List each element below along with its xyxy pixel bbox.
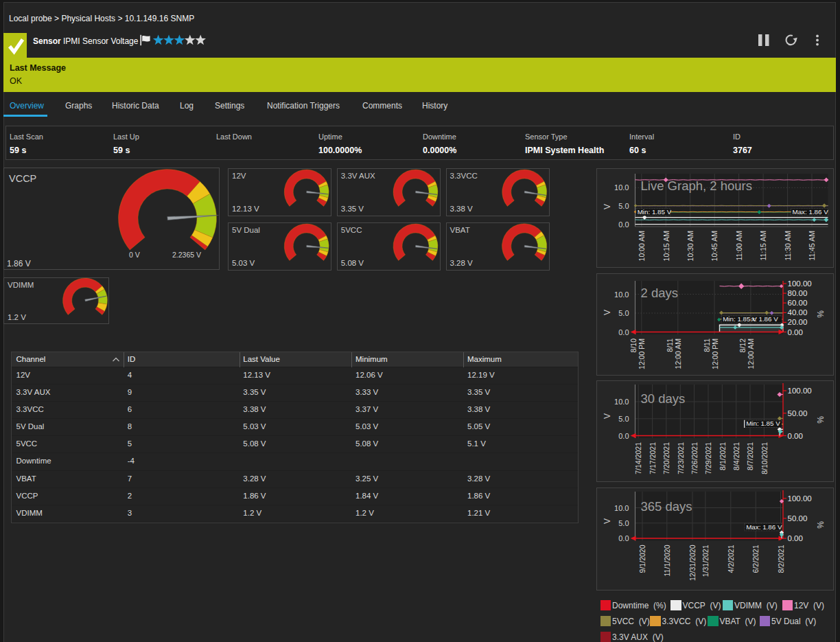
svg-text:0.0: 0.0 <box>618 534 629 542</box>
svg-text:10.0: 10.0 <box>614 504 629 512</box>
svg-text:11/1/2020: 11/1/2020 <box>663 544 671 576</box>
svg-text:8/2/2021: 8/2/2021 <box>776 544 784 573</box>
svg-text:4/2/2021: 4/2/2021 <box>727 544 735 573</box>
svg-text:8/1/2021: 8/1/2021 <box>718 442 726 470</box>
svg-text:10:45 AM: 10:45 AM <box>710 231 719 261</box>
svg-text:12/31/2020: 12/31/2020 <box>688 544 697 581</box>
svg-text:7/17/2021: 7/17/2021 <box>648 442 656 474</box>
svg-text:8/4/2021: 8/4/2021 <box>732 442 740 470</box>
svg-text:10:30 AM: 10:30 AM <box>686 231 694 261</box>
svg-text:12:00 AM: 12:00 AM <box>674 339 682 369</box>
svg-text:8/12: 8/12 <box>738 339 747 353</box>
svg-text:12:00 AM: 12:00 AM <box>747 339 755 369</box>
svg-text:11:15 AM: 11:15 AM <box>759 231 767 261</box>
svg-text:V: V <box>602 413 611 419</box>
svg-text:7/29/2021: 7/29/2021 <box>704 442 712 474</box>
svg-text:10.0: 10.0 <box>614 183 629 192</box>
svg-text:100.00: 100.00 <box>787 387 811 395</box>
svg-text:8/7/2021: 8/7/2021 <box>746 442 754 470</box>
svg-text:0.00: 0.00 <box>787 328 802 336</box>
svg-text:12:00 PM: 12:00 PM <box>638 339 646 369</box>
svg-text:11:00 AM: 11:00 AM <box>734 231 743 261</box>
svg-text:V: V <box>602 518 611 524</box>
svg-text:5.0: 5.0 <box>618 519 629 527</box>
svg-text:Min: 1.85 V: Min: 1.85 V <box>637 208 671 216</box>
svg-text:10:00 AM: 10:00 AM <box>638 231 646 261</box>
svg-text:11:30 AM: 11:30 AM <box>783 231 791 261</box>
svg-text:60.00: 60.00 <box>787 299 807 307</box>
svg-text:0.00: 0.00 <box>787 432 802 440</box>
svg-text:0.00: 0.00 <box>787 534 802 542</box>
svg-text:8/10: 8/10 <box>629 339 638 353</box>
svg-text:11:45 AM: 11:45 AM <box>808 231 816 261</box>
svg-text:30 days: 30 days <box>640 391 685 406</box>
svg-text:20.00: 20.00 <box>787 318 807 326</box>
svg-text:8/11: 8/11 <box>702 339 710 352</box>
svg-text:7/14/2021: 7/14/2021 <box>634 442 642 474</box>
svg-text:12:00 PM: 12:00 PM <box>710 339 719 369</box>
svg-text:0.0: 0.0 <box>618 328 629 336</box>
svg-text:%: % <box>815 521 825 529</box>
svg-text:Min: 1.85 V: Min: 1.85 V <box>723 315 757 323</box>
svg-text:50.00: 50.00 <box>787 409 807 417</box>
svg-text:6/2/2021: 6/2/2021 <box>751 544 760 573</box>
svg-text:7/26/2021: 7/26/2021 <box>690 442 698 474</box>
svg-text:5.0: 5.0 <box>618 415 629 423</box>
svg-text:10:15 AM: 10:15 AM <box>662 231 670 261</box>
svg-text:2 days: 2 days <box>640 286 678 300</box>
svg-text:V: V <box>602 310 611 315</box>
svg-text:40.00: 40.00 <box>787 308 807 317</box>
svg-text:1/31/2021: 1/31/2021 <box>701 544 710 577</box>
svg-text:Min: 1.85 V: Min: 1.85 V <box>746 420 780 427</box>
svg-text:80.00: 80.00 <box>787 289 807 297</box>
svg-text:5.0: 5.0 <box>618 202 629 210</box>
svg-text:Max: 1.86 V: Max: 1.86 V <box>792 208 828 216</box>
svg-text:10.0: 10.0 <box>614 398 629 406</box>
svg-text:V: V <box>602 204 611 209</box>
svg-text:8/10/2021: 8/10/2021 <box>760 442 768 474</box>
svg-text:8/11: 8/11 <box>666 339 674 352</box>
svg-text:7/23/2021: 7/23/2021 <box>676 442 684 474</box>
svg-text:Live Graph, 2 hours: Live Graph, 2 hours <box>640 179 751 193</box>
svg-text:0.0: 0.0 <box>618 220 629 229</box>
svg-text:10.0: 10.0 <box>614 290 629 299</box>
svg-text:9/1/2020: 9/1/2020 <box>638 544 646 573</box>
svg-text:%: % <box>815 310 825 318</box>
svg-text:365 days: 365 days <box>640 499 692 514</box>
svg-text:0.0: 0.0 <box>618 432 629 440</box>
svg-text:100.00: 100.00 <box>787 494 811 503</box>
svg-text:Max: 1.86 V: Max: 1.86 V <box>746 523 782 531</box>
svg-text:%: % <box>815 416 825 424</box>
svg-text:7/20/2021: 7/20/2021 <box>662 442 670 474</box>
svg-text:5.0: 5.0 <box>618 309 629 317</box>
svg-text:50.00: 50.00 <box>787 514 807 523</box>
svg-text:100.00: 100.00 <box>787 279 811 288</box>
